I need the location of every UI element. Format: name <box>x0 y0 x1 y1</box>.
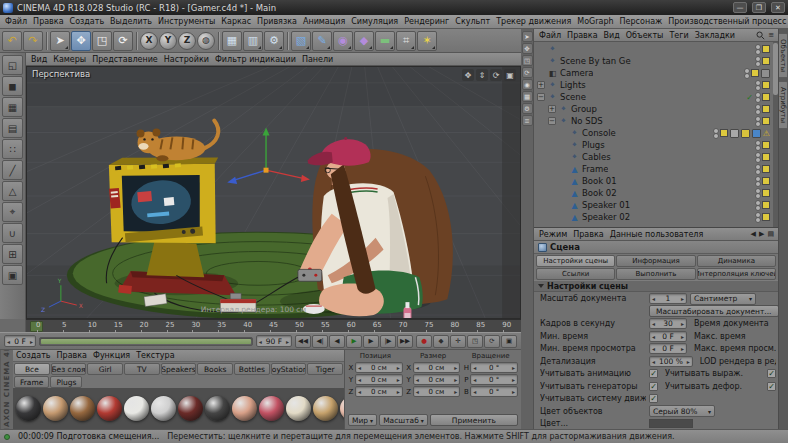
pan-view-button[interactable]: ✥ <box>462 69 474 81</box>
object-manager-menu-объекты[interactable]: Объекты <box>623 29 667 41</box>
layer-color-chip[interactable] <box>720 129 728 137</box>
attribute-tab-интерполяция-ключей[interactable]: Интерполяция ключей <box>697 268 776 280</box>
menu-рендеринг[interactable]: Рендеринг <box>401 15 452 28</box>
right-checkbox[interactable]: ✓ <box>767 369 776 378</box>
next-frame-button[interactable]: ▶ <box>363 335 379 348</box>
material-swatch[interactable] <box>70 396 95 421</box>
menu-выделить[interactable]: Выделить <box>107 15 155 28</box>
spin-right-icon[interactable]: ▸ <box>453 388 458 395</box>
spin-right-icon[interactable]: ▸ <box>453 376 458 383</box>
visibility-dots[interactable] <box>755 200 760 211</box>
material-swatch[interactable] <box>313 396 338 421</box>
add-spline-button[interactable]: ✎ <box>312 31 332 51</box>
color-swatch[interactable] <box>649 419 693 428</box>
material-swatch[interactable] <box>151 396 176 421</box>
enable-axis-mode-button[interactable]: ⌖ <box>2 202 23 222</box>
visibility-dots[interactable] <box>744 68 749 79</box>
enabled-check-icon[interactable]: ✓ <box>746 93 753 102</box>
dock-layers-button[interactable]: ≡ <box>522 115 533 126</box>
spin-right-icon[interactable]: ▸ <box>285 338 290 345</box>
coordinate-system-button[interactable]: ◍ <box>197 32 215 50</box>
material-tab-frame[interactable]: Frame <box>14 376 49 388</box>
visibility-dots[interactable] <box>755 116 760 127</box>
minimize-button[interactable]: — <box>733 2 747 13</box>
учитывать-анимацию-checkbox[interactable]: ✓ <box>649 369 658 378</box>
layer-color-chip[interactable] <box>762 177 770 185</box>
coordinate-вращение-p-input[interactable]: ◂0 °▸ <box>470 374 518 385</box>
object-manager-menu-теги[interactable]: Теги <box>666 29 691 41</box>
materials-menu-правка[interactable]: Правка <box>54 350 90 361</box>
attributes-menu-правка[interactable]: Правка <box>570 228 606 240</box>
layer-color-chip[interactable] <box>762 81 770 89</box>
spin-right-icon[interactable]: ▸ <box>680 345 685 352</box>
autokey-button[interactable]: ◆ <box>433 335 449 348</box>
viewport-solo-button[interactable]: ▣ <box>2 265 23 285</box>
object-manager-menu-закладки[interactable]: Закладки <box>692 29 738 41</box>
spin-right-icon[interactable]: ▸ <box>511 376 516 383</box>
dock-move-button[interactable]: ✥ <box>522 43 533 54</box>
material-swatch[interactable] <box>232 396 257 421</box>
layer-color-chip[interactable] <box>762 45 770 53</box>
apply-button[interactable]: Применить <box>430 414 518 426</box>
scrollbar-thumb[interactable] <box>773 43 778 95</box>
menu-инструменты[interactable]: Инструменты <box>155 15 218 28</box>
layer-color-chip[interactable] <box>762 153 770 161</box>
object-row[interactable]: ▲Book 02 <box>535 187 772 199</box>
attributes-menu-данные-пользователя[interactable]: Данные пользователя <box>607 228 707 240</box>
visibility-dots[interactable] <box>713 128 718 139</box>
visibility-dots[interactable] <box>755 44 760 55</box>
current-frame-field[interactable]: ◂0 F▸ <box>4 335 36 347</box>
dock-rotate-button[interactable]: ⟳ <box>522 67 533 78</box>
undo-button[interactable]: ↶ <box>2 31 22 51</box>
object-manager-menu-вид[interactable]: Вид <box>601 29 623 41</box>
object-row[interactable]: ▲Frame <box>535 163 772 175</box>
render-settings-button[interactable]: ⚙ <box>264 31 284 51</box>
layer-color-chip[interactable] <box>762 57 770 65</box>
attribute-tab-динамика[interactable]: Динамика <box>697 255 776 267</box>
dock-scale-button[interactable]: ◳ <box>522 55 533 66</box>
object-row[interactable]: ⌖Scene By tan Ge <box>535 55 772 67</box>
детализация-input[interactable]: ◂100 %▸ <box>649 356 693 367</box>
edges-mode-button[interactable]: ╱ <box>2 160 23 180</box>
coordinate-размер-y-input[interactable]: ◂0 см▸ <box>413 374 461 385</box>
move-button[interactable]: ✥ <box>71 31 91 51</box>
add-deformer-button[interactable]: ◆ <box>354 31 374 51</box>
end-frame-field[interactable]: ◂90 F▸ <box>256 335 292 347</box>
tag-icon[interactable] <box>730 129 739 138</box>
material-swatch[interactable] <box>286 396 311 421</box>
material-tab-girl[interactable]: Girl <box>87 363 123 375</box>
dock-display-button[interactable]: ▦ <box>522 91 533 102</box>
material-swatch[interactable] <box>43 396 68 421</box>
polygons-mode-button[interactable]: △ <box>2 181 23 201</box>
tag-icon[interactable] <box>761 69 770 78</box>
coordinate-размер-x-input[interactable]: ◂0 см▸ <box>413 362 461 373</box>
attributes-menu-режим[interactable]: Режим <box>536 228 570 240</box>
history-back-icon[interactable]: ◀ <box>751 230 756 238</box>
material-swatch[interactable] <box>340 396 344 421</box>
viewport-3d-scene[interactable]: X Y Z <box>27 67 520 318</box>
workplane-mode-button[interactable]: ▤ <box>2 118 23 138</box>
spin-right-icon[interactable]: ▸ <box>29 338 34 345</box>
minus-expander-icon[interactable]: − <box>548 117 556 125</box>
spin-right-icon[interactable]: ▸ <box>680 295 685 302</box>
material-swatch[interactable] <box>124 396 149 421</box>
red-box-object[interactable] <box>118 285 132 294</box>
visibility-dots[interactable] <box>755 176 760 187</box>
menu-mograph[interactable]: MoGraph <box>574 15 616 28</box>
lock-x-axis-button[interactable]: X <box>140 32 158 50</box>
right-checkbox[interactable]: ✓ <box>767 382 776 391</box>
panel-tab-объекты[interactable]: Объекты <box>779 33 788 78</box>
record-parameters-button[interactable]: ▣ <box>501 335 517 348</box>
scrollbar[interactable] <box>773 42 778 227</box>
make-editable-button[interactable]: ◱ <box>2 55 23 75</box>
materials-menu-функция[interactable]: Функция <box>90 350 133 361</box>
add-camera-button[interactable]: ⌗ <box>396 31 416 51</box>
menu-персонаж[interactable]: Персонаж <box>617 15 666 28</box>
add-light-button[interactable]: ✶ <box>417 31 437 51</box>
prev-key-button[interactable]: ◀| <box>312 335 328 348</box>
visibility-dots[interactable] <box>755 104 760 115</box>
points-mode-button[interactable]: ∷ <box>2 139 23 159</box>
кадров-в-секунду-input[interactable]: ◂30▸ <box>649 318 687 329</box>
plus-expander-icon[interactable]: + <box>537 81 545 89</box>
lock-y-axis-button[interactable]: Y <box>159 32 177 50</box>
